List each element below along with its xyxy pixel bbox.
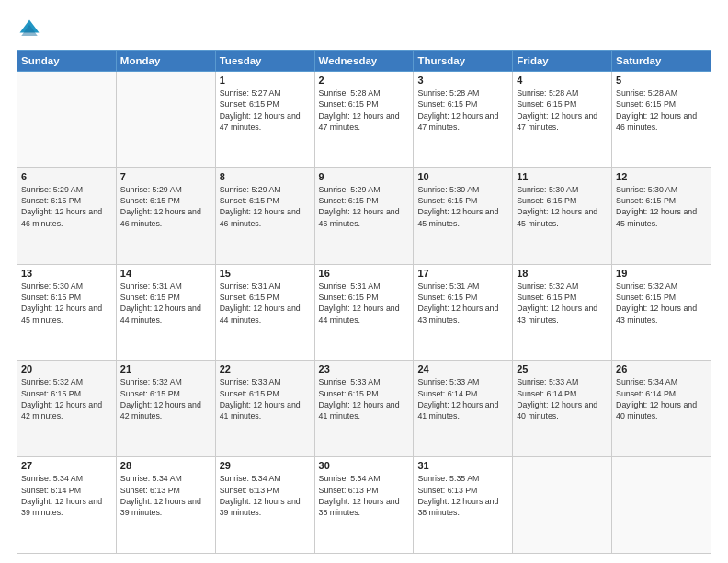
calendar-cell: 20Sunrise: 5:32 AM Sunset: 6:15 PM Dayli… xyxy=(17,361,117,457)
calendar-cell: 13Sunrise: 5:30 AM Sunset: 6:15 PM Dayli… xyxy=(17,264,117,361)
day-info: Sunrise: 5:30 AM Sunset: 6:15 PM Dayligh… xyxy=(21,281,112,326)
calendar-cell: 15Sunrise: 5:31 AM Sunset: 6:15 PM Dayli… xyxy=(215,264,314,361)
day-info: Sunrise: 5:30 AM Sunset: 6:15 PM Dayligh… xyxy=(517,184,608,229)
day-info: Sunrise: 5:29 AM Sunset: 6:15 PM Dayligh… xyxy=(21,184,112,229)
day-info: Sunrise: 5:32 AM Sunset: 6:15 PM Dayligh… xyxy=(517,281,608,326)
calendar-cell: 6Sunrise: 5:29 AM Sunset: 6:15 PM Daylig… xyxy=(17,167,117,264)
day-info: Sunrise: 5:33 AM Sunset: 6:15 PM Dayligh… xyxy=(319,376,410,421)
day-info: Sunrise: 5:29 AM Sunset: 6:15 PM Dayligh… xyxy=(120,184,211,229)
calendar-cell: 2Sunrise: 5:28 AM Sunset: 6:15 PM Daylig… xyxy=(314,72,414,168)
calendar-week-row: 27Sunrise: 5:34 AM Sunset: 6:14 PM Dayli… xyxy=(17,457,711,554)
day-number: 20 xyxy=(21,363,112,374)
day-info: Sunrise: 5:29 AM Sunset: 6:15 PM Dayligh… xyxy=(319,184,410,229)
day-number: 12 xyxy=(616,171,707,182)
day-number: 6 xyxy=(21,171,112,182)
calendar-cell: 8Sunrise: 5:29 AM Sunset: 6:15 PM Daylig… xyxy=(215,167,314,264)
calendar-cell: 21Sunrise: 5:32 AM Sunset: 6:15 PM Dayli… xyxy=(116,361,215,457)
day-info: Sunrise: 5:34 AM Sunset: 6:13 PM Dayligh… xyxy=(120,473,211,518)
day-number: 31 xyxy=(417,460,508,471)
calendar-cell: 17Sunrise: 5:31 AM Sunset: 6:15 PM Dayli… xyxy=(414,264,513,361)
day-info: Sunrise: 5:30 AM Sunset: 6:15 PM Dayligh… xyxy=(417,184,508,229)
day-number: 4 xyxy=(517,75,608,86)
day-info: Sunrise: 5:32 AM Sunset: 6:15 PM Dayligh… xyxy=(120,376,211,421)
day-number: 25 xyxy=(517,363,608,374)
day-info: Sunrise: 5:29 AM Sunset: 6:15 PM Dayligh… xyxy=(220,184,311,229)
day-info: Sunrise: 5:33 AM Sunset: 6:14 PM Dayligh… xyxy=(417,376,508,421)
calendar-cell xyxy=(612,457,711,554)
header xyxy=(17,17,711,42)
calendar-week-row: 20Sunrise: 5:32 AM Sunset: 6:15 PM Dayli… xyxy=(17,361,711,457)
day-number: 26 xyxy=(616,363,707,374)
day-number: 24 xyxy=(417,363,508,374)
calendar-cell: 5Sunrise: 5:28 AM Sunset: 6:15 PM Daylig… xyxy=(612,72,711,168)
day-info: Sunrise: 5:34 AM Sunset: 6:13 PM Dayligh… xyxy=(319,473,410,518)
day-info: Sunrise: 5:30 AM Sunset: 6:15 PM Dayligh… xyxy=(616,184,707,229)
day-number: 30 xyxy=(319,460,410,471)
day-number: 19 xyxy=(616,268,707,279)
calendar-header-monday: Monday xyxy=(116,51,215,72)
day-number: 9 xyxy=(319,171,410,182)
calendar-cell xyxy=(116,72,215,168)
day-info: Sunrise: 5:28 AM Sunset: 6:15 PM Dayligh… xyxy=(417,87,508,132)
calendar-cell: 4Sunrise: 5:28 AM Sunset: 6:15 PM Daylig… xyxy=(513,72,612,168)
day-number: 15 xyxy=(220,268,311,279)
day-info: Sunrise: 5:28 AM Sunset: 6:15 PM Dayligh… xyxy=(517,87,608,132)
day-info: Sunrise: 5:28 AM Sunset: 6:15 PM Dayligh… xyxy=(616,87,707,132)
calendar-week-row: 13Sunrise: 5:30 AM Sunset: 6:15 PM Dayli… xyxy=(17,264,711,361)
calendar-header-wednesday: Wednesday xyxy=(314,51,414,72)
day-info: Sunrise: 5:34 AM Sunset: 6:13 PM Dayligh… xyxy=(220,473,311,518)
calendar-header-thursday: Thursday xyxy=(414,51,513,72)
calendar-cell: 12Sunrise: 5:30 AM Sunset: 6:15 PM Dayli… xyxy=(612,167,711,264)
day-number: 23 xyxy=(319,363,410,374)
page: SundayMondayTuesdayWednesdayThursdayFrid… xyxy=(0,0,728,563)
calendar-cell: 23Sunrise: 5:33 AM Sunset: 6:15 PM Dayli… xyxy=(314,361,414,457)
day-info: Sunrise: 5:33 AM Sunset: 6:15 PM Dayligh… xyxy=(220,376,311,421)
calendar-cell: 19Sunrise: 5:32 AM Sunset: 6:15 PM Dayli… xyxy=(612,264,711,361)
calendar-cell: 16Sunrise: 5:31 AM Sunset: 6:15 PM Dayli… xyxy=(314,264,414,361)
calendar-cell: 11Sunrise: 5:30 AM Sunset: 6:15 PM Dayli… xyxy=(513,167,612,264)
day-info: Sunrise: 5:31 AM Sunset: 6:15 PM Dayligh… xyxy=(220,281,311,326)
day-info: Sunrise: 5:34 AM Sunset: 6:14 PM Dayligh… xyxy=(21,473,112,518)
day-info: Sunrise: 5:33 AM Sunset: 6:14 PM Dayligh… xyxy=(517,376,608,421)
calendar-cell: 29Sunrise: 5:34 AM Sunset: 6:13 PM Dayli… xyxy=(215,457,314,554)
logo-icon xyxy=(17,17,42,42)
day-number: 27 xyxy=(21,460,112,471)
day-info: Sunrise: 5:28 AM Sunset: 6:15 PM Dayligh… xyxy=(319,87,410,132)
calendar-cell: 1Sunrise: 5:27 AM Sunset: 6:15 PM Daylig… xyxy=(215,72,314,168)
day-info: Sunrise: 5:32 AM Sunset: 6:15 PM Dayligh… xyxy=(616,281,707,326)
calendar-cell: 25Sunrise: 5:33 AM Sunset: 6:14 PM Dayli… xyxy=(513,361,612,457)
calendar: SundayMondayTuesdayWednesdayThursdayFrid… xyxy=(17,50,711,554)
day-number: 28 xyxy=(120,460,211,471)
day-number: 3 xyxy=(417,75,508,86)
calendar-week-row: 1Sunrise: 5:27 AM Sunset: 6:15 PM Daylig… xyxy=(17,72,711,168)
calendar-cell: 30Sunrise: 5:34 AM Sunset: 6:13 PM Dayli… xyxy=(314,457,414,554)
day-number: 21 xyxy=(120,363,211,374)
calendar-cell xyxy=(513,457,612,554)
day-number: 5 xyxy=(616,75,707,86)
day-info: Sunrise: 5:35 AM Sunset: 6:13 PM Dayligh… xyxy=(417,473,508,518)
calendar-cell: 10Sunrise: 5:30 AM Sunset: 6:15 PM Dayli… xyxy=(414,167,513,264)
calendar-cell: 7Sunrise: 5:29 AM Sunset: 6:15 PM Daylig… xyxy=(116,167,215,264)
logo xyxy=(17,17,46,42)
day-number: 1 xyxy=(220,75,311,86)
calendar-cell xyxy=(17,72,117,168)
day-number: 11 xyxy=(517,171,608,182)
calendar-header-friday: Friday xyxy=(513,51,612,72)
day-number: 29 xyxy=(220,460,311,471)
day-info: Sunrise: 5:31 AM Sunset: 6:15 PM Dayligh… xyxy=(417,281,508,326)
day-info: Sunrise: 5:31 AM Sunset: 6:15 PM Dayligh… xyxy=(120,281,211,326)
day-number: 14 xyxy=(120,268,211,279)
day-number: 22 xyxy=(220,363,311,374)
calendar-cell: 22Sunrise: 5:33 AM Sunset: 6:15 PM Dayli… xyxy=(215,361,314,457)
day-number: 8 xyxy=(220,171,311,182)
day-info: Sunrise: 5:31 AM Sunset: 6:15 PM Dayligh… xyxy=(319,281,410,326)
day-number: 16 xyxy=(319,268,410,279)
day-info: Sunrise: 5:34 AM Sunset: 6:14 PM Dayligh… xyxy=(616,376,707,421)
calendar-header-row: SundayMondayTuesdayWednesdayThursdayFrid… xyxy=(17,51,711,72)
calendar-cell: 14Sunrise: 5:31 AM Sunset: 6:15 PM Dayli… xyxy=(116,264,215,361)
calendar-cell: 27Sunrise: 5:34 AM Sunset: 6:14 PM Dayli… xyxy=(17,457,117,554)
day-number: 13 xyxy=(21,268,112,279)
calendar-header-tuesday: Tuesday xyxy=(215,51,314,72)
day-number: 2 xyxy=(319,75,410,86)
day-info: Sunrise: 5:32 AM Sunset: 6:15 PM Dayligh… xyxy=(21,376,112,421)
